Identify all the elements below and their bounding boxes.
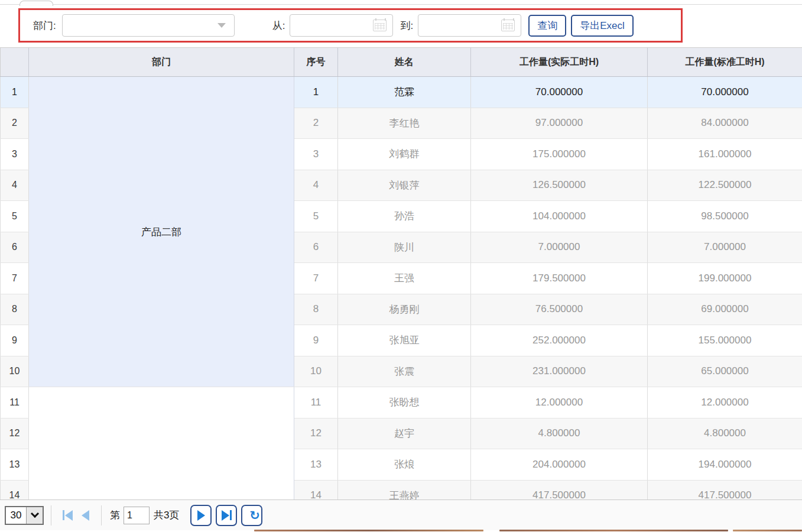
data-table: 部门 序号 姓名 工作量(实际工时H) 工作量(标准工时H) 1产品二部1范霖7… [0,47,802,499]
bottom-artifact [733,530,802,531]
row-number-cell: 10 [1,356,29,387]
col-header-actual-hours: 工作量(实际工时H) [471,48,648,77]
actual-hours-cell: 76.500000 [471,294,648,325]
standard-hours-cell: 69.000000 [648,294,802,325]
col-header-name: 姓名 [338,48,471,77]
actual-hours-cell: 204.000000 [471,449,648,481]
first-page-icon [63,510,64,520]
name-cell: 王燕婷 [338,480,471,499]
standard-hours-cell: 65.000000 [648,356,802,387]
name-cell: 张烺 [338,449,471,481]
dropdown-arrow-icon [217,23,226,28]
actual-hours-cell: 175.000000 [471,139,648,170]
row-number-cell: 9 [1,325,29,356]
top-edge-strip [0,0,802,5]
seq-cell: 4 [294,170,338,201]
seq-cell: 13 [294,449,338,481]
standard-hours-cell: 155.000000 [648,325,802,356]
seq-cell: 1 [294,77,338,108]
current-page-input[interactable] [124,507,150,524]
row-number-cell: 11 [1,387,29,419]
row-number-cell: 13 [1,449,29,481]
col-header-department: 部门 [29,48,294,77]
first-page-button[interactable] [59,505,76,525]
bottom-artifact [499,530,728,531]
query-button[interactable]: 查询 [528,15,566,37]
name-cell: 杨勇刚 [338,294,471,325]
from-date-label: 从: [272,19,285,33]
name-cell: 张旭亚 [338,325,471,356]
page-label-prefix: 第 [110,508,120,522]
calendar-icon[interactable] [373,20,387,31]
to-date-input[interactable] [424,17,501,34]
tab-remnant [20,1,53,6]
pagination-bar: 30 第 共3页 ↻ [0,499,802,530]
next-page-button[interactable] [190,505,212,526]
prev-page-icon [82,510,89,521]
table-row[interactable]: 1111张盼想12.00000012.000000 [1,387,802,419]
from-date-input[interactable] [296,17,373,34]
name-cell: 刘鹤群 [338,139,471,170]
actual-hours-cell: 252.000000 [471,325,648,356]
seq-cell: 10 [294,356,338,387]
actual-hours-cell: 126.500000 [471,170,648,201]
seq-cell: 12 [294,418,338,449]
from-date-field[interactable] [290,14,393,37]
seq-cell: 6 [294,232,338,263]
page: 部门: 从: 到: 查询 导出Execl 部门 序 [0,0,802,532]
name-cell: 孙浩 [338,201,471,232]
department-empty-merged-cell [29,387,294,500]
name-cell: 张盼想 [338,387,471,419]
prev-page-button[interactable] [76,505,94,525]
actual-hours-cell: 4.800000 [471,418,648,449]
row-number-cell: 6 [1,232,29,263]
standard-hours-cell: 122.500000 [648,170,802,201]
export-excel-button[interactable]: 导出Execl [571,15,634,37]
row-number-cell: 5 [1,201,29,232]
row-number-cell: 2 [1,108,29,139]
row-number-cell: 14 [1,480,29,499]
actual-hours-cell: 12.000000 [471,387,648,419]
refresh-icon: ↻ [249,509,260,521]
last-page-icon [222,510,229,521]
actual-hours-cell: 417.500000 [471,480,648,499]
name-cell: 赵宇 [338,418,471,449]
actual-hours-cell: 231.000000 [471,356,648,387]
refresh-button[interactable]: ↻ [241,505,262,526]
seq-cell: 9 [294,325,338,356]
actual-hours-cell: 7.000000 [471,232,648,263]
bottom-artifact [254,530,483,531]
row-number-header [1,48,29,77]
to-date-field[interactable] [418,14,521,37]
separator [101,505,102,525]
standard-hours-cell: 199.000000 [648,263,802,294]
page-size-select[interactable]: 30 [5,506,44,525]
seq-cell: 14 [294,480,338,499]
select-chevron-icon [26,507,43,524]
last-page-button[interactable] [216,505,237,526]
seq-cell: 11 [294,387,338,419]
calendar-icon[interactable] [501,20,515,31]
separator [51,505,51,525]
table-row[interactable]: 1产品二部1范霖70.00000070.000000 [1,77,802,108]
name-cell: 王强 [338,263,471,294]
standard-hours-cell: 194.000000 [648,449,802,481]
standard-hours-cell: 417.500000 [648,480,802,499]
name-cell: 李红艳 [338,108,471,139]
table-body: 1产品二部1范霖70.00000070.00000022李红艳97.000000… [1,77,802,500]
row-number-cell: 12 [1,418,29,449]
seq-cell: 2 [294,108,338,139]
name-cell: 范霖 [338,77,471,108]
next-page-icon [197,510,205,521]
actual-hours-cell: 70.000000 [471,77,648,108]
page-size-value: 30 [6,507,26,524]
actual-hours-cell: 104.000000 [471,201,648,232]
department-merged-cell: 产品二部 [29,77,294,387]
name-cell: 张震 [338,356,471,387]
row-number-cell: 7 [1,263,29,294]
table-header-row: 部门 序号 姓名 工作量(实际工时H) 工作量(标准工时H) [1,48,802,77]
seq-cell: 5 [294,201,338,232]
actual-hours-cell: 97.000000 [471,108,648,139]
department-select[interactable] [62,14,235,37]
col-header-standard-hours: 工作量(标准工时H) [648,48,802,77]
